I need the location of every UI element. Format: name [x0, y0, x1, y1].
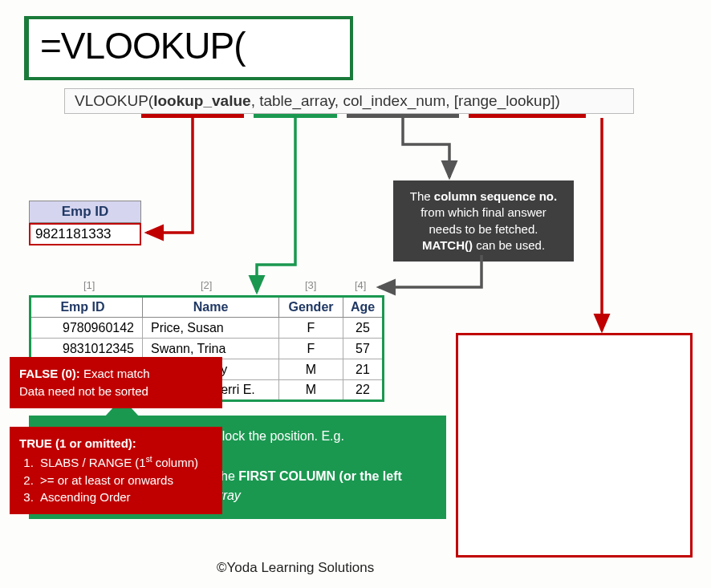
t: TRUE (1 or omitted): — [19, 436, 136, 450]
col-index-4: [4] — [355, 279, 366, 291]
li: SLABS / RANGE (1st column) — [37, 454, 213, 472]
table-row: 9831012345 Swann, Trina F 57 — [30, 339, 384, 359]
tooltip-arg4: [range_lookup] — [454, 92, 555, 109]
t: Exact match — [80, 367, 150, 380]
underline-range-lookup — [469, 114, 586, 118]
txt: can be used. — [473, 238, 545, 252]
underline-col-index — [347, 114, 459, 118]
t: FALSE (0): — [19, 367, 80, 380]
txt: needs to be fetched. — [429, 222, 538, 236]
col-index-2: [2] — [201, 279, 212, 291]
cell: 25 — [343, 318, 384, 339]
range-lookup-false-box: FALSE (0): Exact match Data need not be … — [10, 357, 222, 408]
cell: 22 — [343, 380, 384, 401]
txt: MATCH() — [422, 238, 473, 252]
table-row: 9780960142 Price, Susan F 25 — [30, 318, 384, 339]
underline-table-array — [254, 114, 337, 118]
cell: Swann, Trina — [143, 339, 279, 359]
formula-tooltip: VLOOKUP(lookup_value, table_array, col_i… — [64, 88, 634, 114]
cell: 21 — [343, 359, 384, 380]
t: column) — [152, 456, 199, 469]
cell: M — [279, 380, 343, 401]
t: Data need not be sorted — [19, 384, 148, 398]
th-age: Age — [343, 297, 384, 318]
cell: 57 — [343, 339, 384, 359]
underline-lookup-value — [141, 114, 244, 118]
range-lookup-callout — [456, 333, 693, 558]
emp-id-value-cell: 9821181333 — [29, 223, 141, 245]
t: to lock the position. E.g. — [205, 429, 344, 443]
tooltip-arg1: lookup_value — [153, 92, 250, 109]
tooltip-fn: VLOOKUP( — [75, 92, 153, 109]
cell: 9780960142 — [30, 318, 143, 339]
txt: from which final answer — [421, 205, 546, 219]
col-index-3: [3] — [305, 279, 316, 291]
txt: The — [410, 189, 434, 203]
cell: Price, Susan — [143, 318, 279, 339]
txt: column sequence no. — [434, 189, 557, 203]
t: st — [146, 455, 152, 464]
li: >= or at least or onwards — [37, 472, 213, 489]
true-list: SLABS / RANGE (1st column) >= or at leas… — [37, 454, 213, 506]
th-gender: Gender — [279, 297, 343, 318]
cell: F — [279, 339, 343, 359]
li: Ascending Order — [37, 489, 213, 506]
col-index-1: [1] — [83, 279, 95, 291]
cell: M — [279, 359, 343, 380]
close: ) — [555, 92, 560, 109]
formula-box: =VLOOKUP( — [24, 16, 353, 80]
range-lookup-true-box: TRUE (1 or omitted): SLABS / RANGE (1st … — [10, 427, 222, 514]
t: SLABS / RANGE (1 — [40, 456, 146, 469]
sep: , — [251, 92, 260, 109]
tooltip-arg3: col_index_num — [343, 92, 445, 109]
sep: , — [445, 92, 454, 109]
table-header-row: Emp ID Name Gender Age — [30, 297, 384, 318]
emp-id-header-cell: Emp ID — [29, 201, 141, 223]
th-empid: Emp ID — [30, 297, 143, 318]
tooltip-arg2: table_array — [259, 92, 335, 109]
th-name: Name — [143, 297, 279, 318]
cell: F — [279, 318, 343, 339]
copyright-text: ©Yoda Learning Solutions — [217, 560, 374, 576]
sep: , — [335, 92, 343, 109]
cell: 9831012345 — [30, 339, 143, 359]
col-index-callout: The column sequence no. from which final… — [393, 180, 574, 262]
